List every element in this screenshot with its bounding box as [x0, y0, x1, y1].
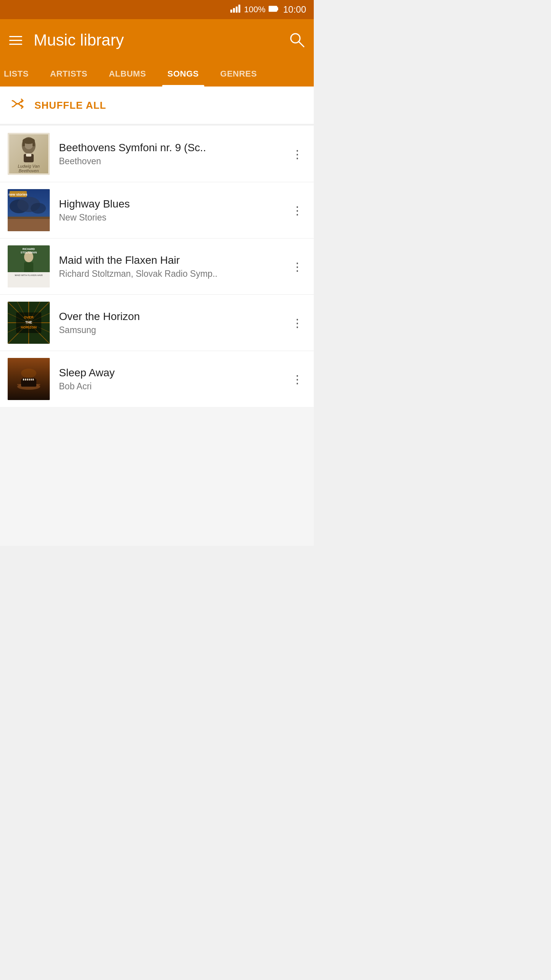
svg-rect-56 [23, 379, 24, 381]
svg-text:HORIZON: HORIZON [21, 325, 37, 329]
svg-rect-2 [236, 7, 238, 13]
battery-icon [269, 5, 279, 15]
tab-lists[interactable]: LISTS [0, 61, 39, 87]
svg-rect-59 [29, 379, 30, 381]
svg-rect-14 [26, 154, 31, 157]
more-options-button[interactable]: ⋮ [289, 144, 306, 165]
time-display: 10:00 [283, 4, 306, 15]
app-title: Music library [34, 31, 124, 49]
tab-bar: LISTS ARTISTS ALBUMS SONGS GENRES [0, 61, 314, 87]
hamburger-menu-button[interactable] [9, 36, 22, 45]
svg-rect-0 [230, 10, 232, 13]
svg-rect-5 [277, 7, 278, 10]
more-options-button[interactable]: ⋮ [289, 369, 306, 390]
song-info: Sleep Away Bob Acri [59, 367, 289, 392]
album-art-sleep [8, 358, 50, 400]
shuffle-all-label: SHUFFLE ALL [34, 100, 106, 111]
album-art-horizon: OVER THE HORIZON [8, 302, 50, 344]
svg-text:new stories: new stories [8, 193, 28, 196]
song-title: Beethovens Symfoni nr. 9 (Sc.. [59, 142, 289, 154]
song-info: Over the Horizon Samsung [59, 310, 289, 335]
svg-rect-3 [238, 5, 240, 13]
song-item[interactable]: Ludwig Van Beethoven Beethovens Symfoni … [0, 126, 314, 182]
svg-rect-57 [25, 379, 26, 381]
svg-rect-11 [23, 141, 25, 146]
svg-rect-17 [8, 217, 50, 219]
tab-songs[interactable]: SONGS [157, 61, 210, 87]
svg-point-53 [21, 369, 36, 378]
song-item[interactable]: RICHARD STOLTZMAN MAID WITH FLAXEN HAIR … [0, 238, 314, 295]
battery-percent: 100% [244, 5, 266, 15]
song-artist: New Stories [59, 212, 289, 223]
more-options-button[interactable]: ⋮ [289, 312, 306, 333]
song-item[interactable]: OVER THE HORIZON Over the Horizon Samsun… [0, 295, 314, 351]
more-options-button[interactable]: ⋮ [289, 200, 306, 221]
svg-rect-61 [33, 379, 34, 381]
song-title: Sleep Away [59, 367, 289, 379]
song-artist: Richard Stoltzman, Slovak Radio Symp.. [59, 269, 289, 279]
song-info: Beethovens Symfoni nr. 9 (Sc.. Beethoven [59, 142, 289, 167]
song-list: Ludwig Van Beethoven Beethovens Symfoni … [0, 126, 314, 407]
search-button[interactable] [289, 31, 305, 49]
tab-albums[interactable]: ALBUMS [98, 61, 156, 87]
song-title: Maid with the Flaxen Hair [59, 254, 289, 266]
tab-genres[interactable]: GENRES [210, 61, 268, 87]
status-icons: 100% 10:00 [230, 4, 306, 15]
svg-text:OVER: OVER [24, 315, 34, 319]
content-area: SHUFFLE ALL [0, 87, 314, 546]
more-options-button[interactable]: ⋮ [289, 256, 306, 277]
song-info: Maid with the Flaxen Hair Richard Stoltz… [59, 254, 289, 279]
svg-text:RICHARD: RICHARD [23, 248, 35, 250]
signal-icon [230, 4, 241, 15]
svg-line-7 [299, 42, 304, 47]
status-bar: 100% 10:00 [0, 0, 314, 19]
svg-rect-58 [27, 379, 28, 381]
svg-text:THE: THE [25, 320, 32, 324]
album-art-beethoven: Ludwig Van Beethoven [8, 133, 50, 175]
svg-text:STOLTZMAN: STOLTZMAN [21, 251, 37, 254]
song-artist: Bob Acri [59, 381, 289, 392]
song-item[interactable]: new stories Highway Blues New Stories ⋮ [0, 182, 314, 238]
song-info: Highway Blues New Stories [59, 198, 289, 223]
app-bar: Music library [0, 19, 314, 61]
shuffle-icon [11, 97, 27, 113]
album-art-highway: new stories [8, 189, 50, 231]
album-art-richard: RICHARD STOLTZMAN MAID WITH FLAXEN HAIR [8, 245, 50, 287]
svg-rect-26 [24, 262, 33, 274]
song-title: Over the Horizon [59, 310, 289, 323]
song-title: Highway Blues [59, 198, 289, 210]
svg-rect-60 [31, 379, 32, 381]
svg-rect-1 [233, 8, 235, 13]
shuffle-all-button[interactable]: SHUFFLE ALL [0, 87, 314, 124]
svg-point-20 [31, 203, 46, 214]
svg-rect-4 [269, 6, 277, 11]
svg-text:MAID WITH FLAXEN HAIR: MAID WITH FLAXEN HAIR [15, 274, 43, 276]
svg-rect-12 [33, 141, 35, 146]
tab-artists[interactable]: ARTISTS [39, 61, 98, 87]
song-item[interactable]: Sleep Away Bob Acri ⋮ [0, 351, 314, 407]
song-artist: Samsung [59, 325, 289, 335]
song-artist: Beethoven [59, 156, 289, 167]
